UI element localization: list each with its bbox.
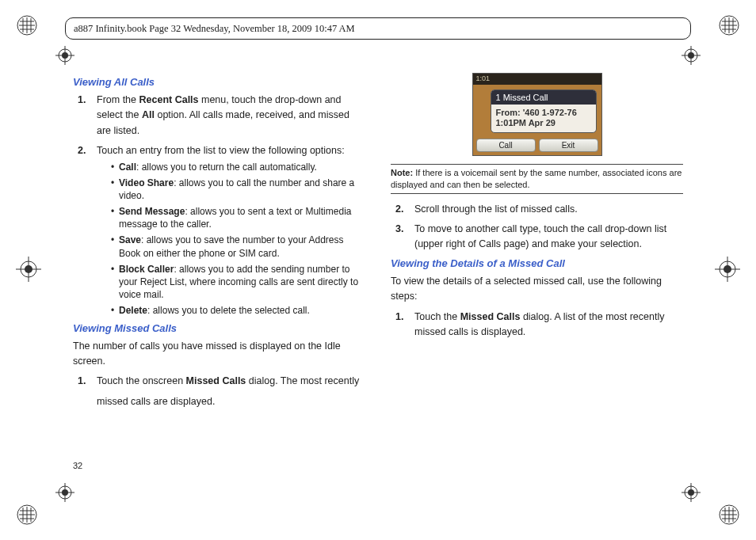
bullet-text: : allows you to save the number to your … <box>119 234 344 258</box>
bullet-item: Send Message: allows you to sent a text … <box>111 205 365 230</box>
step-number: 2. <box>395 202 403 217</box>
missed-call-dialog: 1 Missed Call From: '460 1-972-76 1:01PM… <box>491 89 597 133</box>
phone-statusbar: 1:01 <box>473 74 601 85</box>
dialog-title: 1 Missed Call <box>491 90 596 105</box>
ui-term: Missed Calls <box>460 311 521 322</box>
section-heading-details-missed-call: Viewing the Details of a Missed Call <box>391 257 683 269</box>
dialog-from-line: From: '460 1-972-76 <box>496 108 591 117</box>
section-heading-viewing-missed-calls: Viewing Missed Calls <box>73 322 365 334</box>
step-number: 1. <box>78 374 86 389</box>
note-box: Note: If there is a voicemail sent by th… <box>391 164 683 194</box>
page-number: 32 <box>73 461 82 470</box>
note-text: If there is a voicemail sent by the same… <box>391 168 682 189</box>
printer-mark-crosshair-icon <box>55 46 74 65</box>
ui-term: Block Caller <box>119 264 174 275</box>
numbered-step: 1. Touch the onscreen Missed Calls dialo… <box>78 374 365 389</box>
printer-mark-crosshair-icon <box>682 483 701 502</box>
bullet-item: Block Caller: allows you to add the send… <box>111 263 365 302</box>
numbered-step: 2. Scroll through the list of missed cal… <box>395 202 683 217</box>
step-text: dialog. The most recently <box>246 375 359 386</box>
body-paragraph: The number of calls you have missed is d… <box>73 339 365 370</box>
step-text: From the <box>97 94 139 105</box>
step-continuation: missed calls are displayed. <box>97 394 365 409</box>
ui-term: Save <box>119 234 141 245</box>
step-text: Touch the onscreen <box>97 375 186 386</box>
note-label: Note: <box>391 168 413 177</box>
step-text: To move to another call type, touch the … <box>414 223 666 249</box>
section-heading-viewing-all-calls: Viewing All Calls <box>73 76 365 88</box>
phone-mock: 1:01 1 Missed Call From: '460 1-972-76 1… <box>472 73 602 156</box>
body-paragraph: To view the details of a selected missed… <box>391 274 683 305</box>
step-text: Touch an entry from the list to view the… <box>97 145 345 156</box>
printer-mark-crosshair-icon <box>55 483 74 502</box>
step-text: Scroll through the list of missed calls. <box>414 203 578 215</box>
step-number: 1. <box>395 310 403 325</box>
softkey-exit-button[interactable]: Exit <box>539 139 598 152</box>
printer-mark-hatch-icon <box>718 14 740 36</box>
softkey-call-button[interactable]: Call <box>476 139 536 152</box>
bullet-item: Video Share: allows you to call the numb… <box>111 177 365 202</box>
dialog-time-line: 1:01PM Apr 29 <box>496 118 591 127</box>
ui-term: Video Share <box>119 177 174 188</box>
bullet-text: : allows you to return the call automati… <box>136 162 317 173</box>
numbered-step: 2. Touch an entry from the list to view … <box>78 143 365 317</box>
phone-screenshot: 1:01 1 Missed Call From: '460 1-972-76 1… <box>391 73 683 159</box>
ui-term: Recent Calls <box>139 94 199 105</box>
ui-term: Send Message <box>119 206 185 217</box>
printer-mark-crosshair-icon <box>16 257 41 282</box>
ui-term: Call <box>119 162 136 173</box>
printer-mark-crosshair-icon <box>682 46 701 65</box>
step-number: 2. <box>78 143 86 158</box>
ui-term: Missed Calls <box>186 375 246 386</box>
printer-mark-hatch-icon <box>16 14 38 36</box>
bullet-text: : allows you to delete the selected call… <box>147 305 310 316</box>
running-header: a887 Infinity.book Page 32 Wednesday, No… <box>65 17 691 40</box>
bullet-item: Call: allows you to return the call auto… <box>111 161 365 173</box>
bullet-item: Save: allows you to save the number to y… <box>111 234 365 259</box>
ui-term: All <box>142 109 155 120</box>
step-number: 3. <box>395 222 403 237</box>
numbered-step: 3. To move to another call type, touch t… <box>395 222 683 253</box>
numbered-step: 1. Touch the Missed Calls dialog. A list… <box>395 310 683 340</box>
numbered-step: 1. From the Recent Calls menu, touch the… <box>78 93 365 139</box>
step-text: Touch the <box>414 311 460 322</box>
printer-mark-crosshair-icon <box>715 257 740 282</box>
bullet-item: Delete: allows you to delete the selecte… <box>111 304 365 317</box>
printer-mark-hatch-icon <box>718 504 740 526</box>
ui-term: Delete <box>119 305 147 316</box>
printer-mark-hatch-icon <box>16 504 38 526</box>
step-number: 1. <box>78 93 86 108</box>
